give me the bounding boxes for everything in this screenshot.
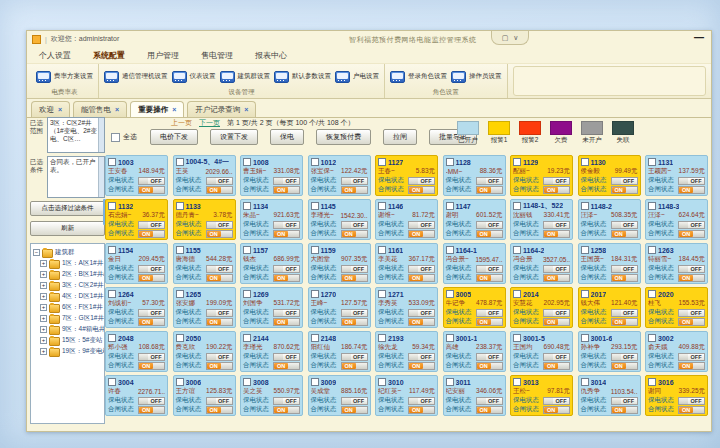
- power-keep-toggle[interactable]: OFF: [273, 177, 300, 185]
- card-checkbox[interactable]: [176, 158, 184, 166]
- meter-card[interactable]: 1271李秀英533.09元保电状态OFF合闸状态ON: [375, 287, 438, 328]
- meter-card[interactable]: 3001-1高雄238.37元保电状态OFF合闸状态ON: [443, 331, 506, 372]
- ribbon-button[interactable]: 费率方案设置: [36, 71, 93, 83]
- expand-icon[interactable]: +: [40, 326, 47, 333]
- card-checkbox[interactable]: [176, 246, 184, 254]
- power-keep-toggle[interactable]: OFF: [611, 353, 638, 361]
- switch-status-toggle[interactable]: ON: [341, 230, 368, 238]
- meter-card[interactable]: 1164-2冯合景3527.05..保电状态OFF合闸状态ON: [510, 243, 573, 284]
- power-keep-toggle[interactable]: OFF: [408, 309, 435, 317]
- meter-card[interactable]: 3010纪红英~117.49元保电状态OFF合闸状态ON: [375, 375, 438, 416]
- power-keep-toggle[interactable]: OFF: [476, 353, 503, 361]
- meter-card[interactable]: 3005牛记争478.87元保电状态OFF合闸状态ON: [443, 287, 506, 328]
- card-checkbox[interactable]: [311, 290, 319, 298]
- switch-status-toggle[interactable]: ON: [206, 274, 233, 282]
- card-checkbox[interactable]: [513, 246, 521, 254]
- expand-icon[interactable]: +: [40, 293, 47, 300]
- switch-status-toggle[interactable]: ON: [476, 186, 503, 194]
- switch-status-toggle[interactable]: ON: [408, 230, 435, 238]
- card-checkbox[interactable]: [581, 378, 589, 386]
- meter-card[interactable]: 1134朱品~921.63元保电状态OFF合闸状态ON: [240, 199, 303, 240]
- power-keep-toggle[interactable]: OFF: [273, 265, 300, 273]
- ribbon-button[interactable]: 默认参数设置: [274, 71, 331, 83]
- card-checkbox[interactable]: [311, 202, 319, 210]
- switch-status-toggle[interactable]: ON: [341, 318, 368, 326]
- power-keep-toggle[interactable]: OFF: [206, 177, 233, 185]
- power-keep-toggle[interactable]: OFF: [273, 221, 300, 229]
- card-checkbox[interactable]: [648, 246, 656, 254]
- tree-item[interactable]: +4区：D区1#井（D区1: [33, 291, 104, 302]
- tree-item[interactable]: +15区：5#变站（3#变: [33, 335, 104, 346]
- switch-status-toggle[interactable]: ON: [273, 186, 300, 194]
- power-keep-toggle[interactable]: OFF: [476, 397, 503, 405]
- tree-item[interactable]: +9区：4#箱电井（4#箱: [33, 324, 104, 335]
- card-checkbox[interactable]: [243, 246, 251, 254]
- card-checkbox[interactable]: [581, 158, 589, 166]
- card-checkbox[interactable]: [648, 334, 656, 342]
- switch-status-toggle[interactable]: ON: [273, 274, 300, 282]
- card-checkbox[interactable]: [108, 246, 116, 254]
- card-checkbox[interactable]: [378, 158, 386, 166]
- switch-status-toggle[interactable]: ON: [206, 362, 233, 370]
- meter-card[interactable]: 3001-6孙补争293.15元保电状态OFF合闸状态ON: [578, 331, 641, 372]
- meter-card[interactable]: 2144李瑾光870.62元保电状态OFF合闸状态ON: [240, 331, 303, 372]
- tree-item[interactable]: +19区：9#变电站（2#: [33, 346, 104, 357]
- meter-card[interactable]: 1164-1冯合景~1595.47..保电状态OFF合闸状态ON: [443, 243, 506, 284]
- card-checkbox[interactable]: [378, 334, 386, 342]
- meter-card[interactable]: 1148-3汪泽~624.64元保电状态OFF合闸状态ON: [645, 199, 708, 240]
- switch-status-toggle[interactable]: ON: [543, 362, 570, 370]
- switch-status-toggle[interactable]: ON: [476, 230, 503, 238]
- meter-card[interactable]: 1145李瑾光~1542.30..保电状态OFF合闸状态ON: [308, 199, 371, 240]
- expand-icon[interactable]: +: [40, 271, 47, 278]
- card-checkbox[interactable]: [513, 290, 521, 298]
- meter-card[interactable]: 1133德丹青~3.78元保电状态OFF合闸状态ON: [173, 199, 236, 240]
- meter-card[interactable]: 3006王方谊125.83元保电状态OFF合闸状态ON: [173, 375, 236, 416]
- power-keep-toggle[interactable]: OFF: [138, 177, 165, 185]
- ribbon-collapse-controls[interactable]: ▢∨: [491, 31, 529, 45]
- card-checkbox[interactable]: [311, 334, 319, 342]
- power-keep-toggle[interactable]: OFF: [206, 353, 233, 361]
- ribbon-button[interactable]: 操作员设置: [451, 71, 502, 83]
- meter-card[interactable]: 1269刘国争531.72元保电状态OFF合闸状态ON: [240, 287, 303, 328]
- power-keep-toggle[interactable]: OFF: [206, 221, 233, 229]
- meter-card[interactable]: 2020桂飞155.53元保电状态OFF合闸状态ON: [645, 287, 708, 328]
- switch-status-toggle[interactable]: ON: [543, 230, 570, 238]
- power-keep-toggle[interactable]: OFF: [543, 309, 570, 317]
- ribbon-button[interactable]: 户电设置: [335, 71, 379, 83]
- card-checkbox[interactable]: [648, 290, 656, 298]
- card-checkbox[interactable]: [648, 378, 656, 386]
- selected-condition-box[interactable]: 合同表，已开户表。: [47, 156, 105, 198]
- card-checkbox[interactable]: [243, 290, 251, 298]
- ribbon-button[interactable]: 登录角色设置: [390, 71, 447, 83]
- card-checkbox[interactable]: [513, 334, 521, 342]
- power-keep-toggle[interactable]: OFF: [476, 177, 503, 185]
- meter-card[interactable]: 3011纪安丽346.06元保电状态OFF合闸状态ON: [443, 375, 506, 416]
- power-keep-toggle[interactable]: OFF: [678, 265, 705, 273]
- switch-status-toggle[interactable]: ON: [206, 230, 233, 238]
- power-keep-toggle[interactable]: OFF: [611, 397, 638, 405]
- select-all[interactable]: 全选: [111, 132, 137, 142]
- tree-item[interactable]: +2区：B区1#井/B区1#: [33, 269, 104, 280]
- switch-status-toggle[interactable]: ON: [611, 406, 638, 414]
- meter-card[interactable]: 1146谢维~81.72元保电状态OFF合闸状态ON: [375, 199, 438, 240]
- tree-item[interactable]: +3区：C区2#井（1#变: [33, 280, 104, 291]
- close-icon[interactable]: ×: [58, 106, 62, 113]
- power-keep-toggle[interactable]: OFF: [341, 265, 368, 273]
- meter-card[interactable]: 1147谢明601.52元保电状态OFF合闸状态ON: [443, 199, 506, 240]
- expand-icon[interactable]: +: [40, 315, 47, 322]
- meter-card[interactable]: 1161李美花367.17元保电状态OFF合闸状态ON: [375, 243, 438, 284]
- toolbar-button[interactable]: 电价下发: [150, 129, 198, 145]
- ribbon-button[interactable]: 仪表设置: [172, 71, 216, 83]
- card-checkbox[interactable]: [378, 378, 386, 386]
- meter-card[interactable]: 2014安慧花202.95元保电状态OFF合闸状态ON: [510, 287, 573, 328]
- minimize-button[interactable]: —: [694, 32, 704, 44]
- power-keep-toggle[interactable]: OFF: [408, 177, 435, 185]
- meter-card[interactable]: 1265张安娜199.09元保电状态OFF合闸状态ON: [173, 287, 236, 328]
- menu-tab[interactable]: 系统配置: [93, 50, 125, 61]
- toolbar-button[interactable]: 拉闸: [383, 129, 417, 145]
- power-keep-toggle[interactable]: OFF: [341, 221, 368, 229]
- power-keep-toggle[interactable]: OFF: [408, 221, 435, 229]
- power-keep-toggle[interactable]: OFF: [678, 309, 705, 317]
- switch-status-toggle[interactable]: ON: [408, 274, 435, 282]
- card-checkbox[interactable]: [446, 378, 454, 386]
